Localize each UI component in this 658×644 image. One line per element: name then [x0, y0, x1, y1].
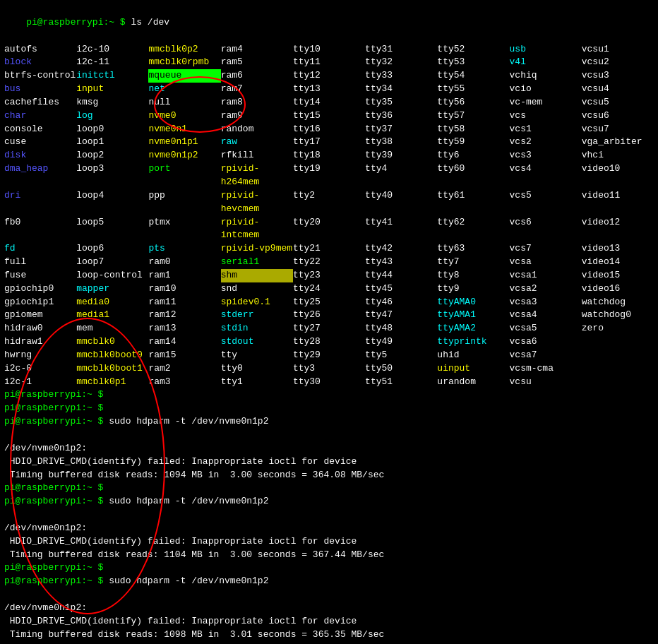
ls-cell: ram6: [221, 69, 293, 83]
ls-cell: gpiochip1: [4, 296, 76, 309]
ls-cell: tty18: [293, 149, 365, 162]
prompt-after-1: pi@raspberrypi:~ $: [4, 482, 654, 495]
ls-cell: kmsg: [76, 96, 148, 109]
ls-cell: tty11: [293, 56, 365, 69]
ls-cell: ram15: [148, 349, 220, 362]
ls-cell: usb: [510, 43, 582, 56]
ls-cell: bus: [4, 83, 76, 96]
ls-cell: tty54: [437, 69, 509, 83]
device-label-2: /dev/nvme0n1p2:: [4, 522, 654, 535]
ls-cell: loop0: [76, 123, 148, 136]
ls-cell: vcsu3: [582, 69, 654, 83]
ls-cell: block: [4, 56, 76, 69]
ls-cell: rpivid-h264mem: [221, 162, 293, 189]
ls-cell: i2c-11: [76, 56, 148, 69]
ls-cell: tty25: [293, 296, 365, 309]
ls-cell: tty46: [365, 296, 437, 309]
ls-cell: btrfs-control: [4, 69, 76, 83]
ls-cell: ram8: [221, 96, 293, 109]
ls-cell: video11: [582, 189, 654, 216]
output-blank-2: [4, 508, 654, 522]
ls-cell: urandom: [437, 376, 509, 389]
hdio-error-3: HDIO_DRIVE_CMD(identify) failed: Inappro…: [4, 615, 654, 628]
ls-cell: [582, 362, 654, 376]
ls-cell: nvme0: [148, 109, 220, 123]
ls-cell: vcs7: [510, 242, 582, 256]
ls-cell: tty41: [365, 216, 437, 243]
ls-cell: loop-control: [76, 269, 148, 282]
ls-cell: tty61: [437, 189, 509, 216]
ls-cell: tty21: [293, 242, 365, 256]
ls-cell: tty40: [365, 189, 437, 216]
ls-cell: tty59: [437, 136, 509, 149]
ls-cell: watchdog0: [582, 309, 654, 322]
ls-cell: tty37: [365, 123, 437, 136]
ls-cell: tty30: [293, 376, 365, 389]
ls-cell: vcio: [510, 83, 582, 96]
ls-cell: tty15: [293, 109, 365, 123]
ls-cell: tty23: [293, 269, 365, 282]
ls-cell: vhci: [582, 149, 654, 162]
ls-cell: mqueue: [148, 69, 220, 83]
ls-cell: rpivid-vp9mem: [221, 242, 293, 256]
ls-cell: tty48: [365, 322, 437, 335]
ls-cell: fuse: [4, 269, 76, 282]
ls-cell: ppp: [148, 189, 220, 216]
ls-cell: tty27: [293, 322, 365, 335]
ls-cell: tty52: [437, 43, 509, 56]
hdio-error-1: HDIO_DRIVE_CMD(identify) failed: Inappro…: [4, 455, 654, 469]
ls-cell: cuse: [4, 136, 76, 149]
ls-cell: tty17: [293, 136, 365, 149]
empty-prompt-1: pi@raspberrypi:~ $: [4, 388, 654, 402]
cmd-line-1: pi@raspberrypi:~ $ sudo hdparm -t /dev/n…: [4, 415, 654, 429]
ls-cell: uinput: [437, 362, 509, 376]
ls-cell: tty42: [365, 242, 437, 256]
ls-cell: fb0: [4, 216, 76, 243]
ls-cell: tty28: [293, 335, 365, 349]
ls-cell: [582, 376, 654, 389]
ls-cell: ttyAMA2: [437, 322, 509, 335]
ls-cell: net: [148, 83, 220, 96]
ls-cell: tty38: [365, 136, 437, 149]
ls-cell: tty60: [437, 162, 509, 189]
ls-cell: rpivid-hevcmem: [221, 189, 293, 216]
ls-cell: loop3: [76, 162, 148, 189]
ls-cell: mmcblk0: [76, 335, 148, 349]
ls-cell: vchiq: [510, 69, 582, 83]
prompt-after-2: pi@raspberrypi:~ $: [4, 561, 654, 575]
ls-cell: loop6: [76, 242, 148, 256]
ls-cell: loop1: [76, 136, 148, 149]
ls-cell: tty43: [365, 256, 437, 269]
ls-cell: vcsa6: [510, 335, 582, 349]
ls-cell: video12: [582, 216, 654, 243]
ls-cell: tty63: [437, 242, 509, 256]
ls-cell: mmcblk0p1: [76, 376, 148, 389]
ls-cell: tty6: [437, 149, 509, 162]
ls-cell: mmcblk0rpmb: [148, 56, 220, 69]
ls-cell: tty31: [365, 43, 437, 56]
ls-cell: tty47: [365, 309, 437, 322]
hdio-error-2: HDIO_DRIVE_CMD(identify) failed: Inappro…: [4, 535, 654, 549]
ls-cell: ram9: [221, 109, 293, 123]
ls-cell: ram14: [148, 335, 220, 349]
ls-cell: ram4: [221, 43, 293, 56]
ls-cell: tty14: [293, 96, 365, 109]
prompt-after-3: pi@raspberrypi:~ $: [4, 642, 654, 645]
ls-cell: i2c-0: [4, 362, 76, 376]
ls-cell: vcsu7: [582, 123, 654, 136]
ls-cell: nvme0n1p1: [148, 136, 220, 149]
timing-3: Timing buffered disk reads: 1098 MB in 3…: [4, 628, 654, 642]
ls-cell: tty19: [293, 162, 365, 189]
cmd-line-2: pi@raspberrypi:~ $ sudo hdparm -t /dev/n…: [4, 495, 654, 508]
ls-cell: vcsa4: [510, 309, 582, 322]
ls-cell: vcs3: [510, 149, 582, 162]
ls-cell: vcsa2: [510, 282, 582, 296]
ls-cell: vc-mem: [510, 96, 582, 109]
ls-cell: [582, 335, 654, 349]
device-label-1: /dev/nvme0n1p2:: [4, 442, 654, 455]
ls-cell: zero: [582, 322, 654, 335]
ls-cell: ram3: [148, 376, 220, 389]
ls-cell: tty57: [437, 109, 509, 123]
ls-cell: vcs4: [510, 162, 582, 189]
ls-cell: tty56: [437, 96, 509, 109]
